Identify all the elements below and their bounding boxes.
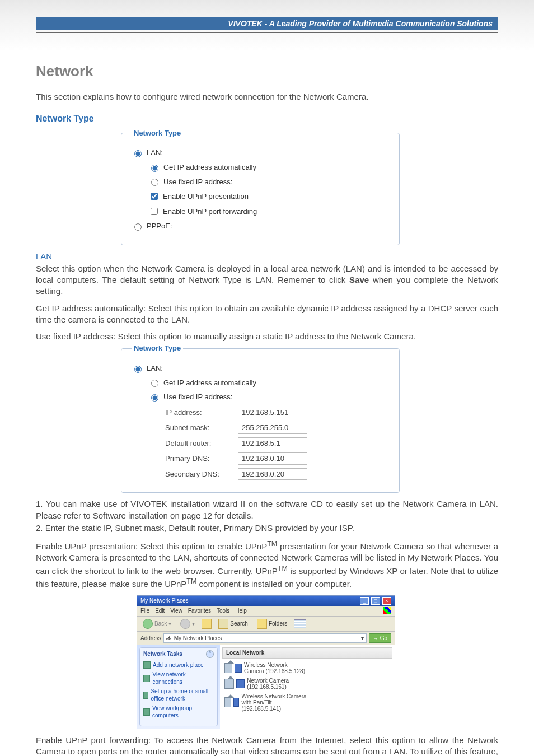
item-label: Network Camera (192.168.5.151) <box>247 678 308 690</box>
enable-upnp-port-label: Enable UPnP port forwarding <box>163 207 257 217</box>
list-item[interactable]: Network Camera (192.168.5.151) <box>224 678 308 690</box>
use-fixed-ip-radio[interactable] <box>151 179 158 186</box>
window-body: Network Tasks ⌃ Add a network place View… <box>137 645 395 729</box>
subnet-row: Subnet mask: 255.255.255.0 <box>165 422 389 434</box>
pppoe-radio[interactable] <box>134 223 142 231</box>
sidebar: Network Tasks ⌃ Add a network place View… <box>137 645 220 729</box>
fixed-ip-fields: IP address: 192.168.5.151 Subnet mask: 2… <box>165 407 389 480</box>
sidebar-view-workgroup[interactable]: View workgroup computers <box>143 704 214 720</box>
address-field[interactable]: 🖧 My Network Places ▾ <box>163 633 367 643</box>
menu-view[interactable]: View <box>170 607 182 615</box>
pdns-row: Primary DNS: 192.168.0.10 <box>165 452 389 465</box>
lan-radio-label-2: LAN: <box>147 363 163 374</box>
minimize-icon[interactable]: _ <box>360 597 369 605</box>
network-type-panel-1-wrap: Network Type LAN: Get IP address automat… <box>120 128 498 245</box>
upnp-pres-paragraph: Enable UPnP presentation: Select this op… <box>36 539 498 590</box>
collapse-icon[interactable]: ⌃ <box>206 650 214 658</box>
menu-favorites[interactable]: Favorites <box>188 607 211 615</box>
pdns-label: Primary DNS: <box>165 454 238 464</box>
lan-radio-2[interactable] <box>134 366 142 373</box>
network-items: Wireless Network Camera (192.168.5.128) … <box>222 659 392 715</box>
lan-radio-row: LAN: <box>132 148 389 158</box>
device-icon <box>236 679 245 688</box>
folders-icon <box>257 619 267 629</box>
network-places-window: My Network Places _ □ × File Edit View F… <box>137 595 395 729</box>
sidebar-view-connections[interactable]: View network connections <box>143 671 214 686</box>
close-icon[interactable]: × <box>382 597 391 605</box>
list-item-1: 1. You can make use of VIVOTEK installat… <box>36 498 498 521</box>
get-ip-auto-row-2: Get IP address automatically <box>148 378 389 388</box>
connections-icon <box>143 675 150 682</box>
item-label: Wireless Network Camera (192.168.5.128) <box>244 662 308 674</box>
ip-address-label: IP address: <box>165 408 238 418</box>
router-input[interactable]: 192.168.5.1 <box>238 437 307 450</box>
content-area: Network This section explains how to con… <box>0 0 534 756</box>
get-ip-auto-radio[interactable] <box>151 165 158 172</box>
address-bar: Address 🖧 My Network Places ▾ → Go <box>137 632 395 646</box>
get-ip-auto-radio-2[interactable] <box>151 380 158 387</box>
search-button[interactable]: Search <box>216 618 250 629</box>
sidebar-setup-network[interactable]: Set up a home or small office network <box>143 688 214 703</box>
up-folder-icon[interactable] <box>202 619 212 629</box>
pdns-input[interactable]: 192.168.0.10 <box>238 452 307 465</box>
get-ip-auto-label-2: Get IP address automatically <box>163 378 256 388</box>
list-item[interactable]: Wireless Network Camera with Pan/Tilt (1… <box>224 693 308 712</box>
window-buttons: _ □ × <box>359 597 391 605</box>
local-network-header: Local Network <box>222 647 392 659</box>
sdns-row: Secondary DNS: 192.168.0.20 <box>165 468 389 480</box>
router-row: Default router: 192.168.5.1 <box>165 437 389 450</box>
sidebar-add-network-place[interactable]: Add a network place <box>143 661 214 669</box>
add-place-icon <box>143 661 151 669</box>
lan-radio[interactable] <box>134 150 142 157</box>
lan-paragraph: Select this option when the Network Came… <box>36 263 498 297</box>
header-rule <box>36 32 498 33</box>
sdns-input[interactable]: 192.168.0.20 <box>238 468 307 480</box>
forward-button[interactable]: ▾ <box>178 618 197 629</box>
pppoe-radio-row: PPPoE: <box>132 221 389 231</box>
device-icon <box>235 664 242 673</box>
panel1-legend: Network Type <box>132 128 183 138</box>
address-label: Address <box>140 634 161 642</box>
camera-icon <box>224 679 234 689</box>
use-fixed-ip-row: Use fixed IP address: <box>148 177 389 187</box>
use-fixed-ip-label: Use fixed IP address: <box>163 177 232 187</box>
maximize-icon[interactable]: □ <box>371 597 380 605</box>
enable-upnp-pres-row: Enable UPnP presentation <box>148 191 389 202</box>
subnet-input[interactable]: 255.255.255.0 <box>238 422 307 434</box>
window-toolbar: Back ▾ ▾ Search Folders <box>137 617 395 632</box>
sdns-label: Secondary DNS: <box>165 469 238 479</box>
enable-upnp-pres-label: Enable UPnP presentation <box>163 192 249 202</box>
camera-icon <box>224 663 232 673</box>
workgroup-icon <box>143 708 150 716</box>
back-button[interactable]: Back ▾ <box>140 618 174 629</box>
list-item[interactable]: Wireless Network Camera (192.168.5.128) <box>224 662 308 674</box>
get-ip-auto-label: Get IP address automatically <box>163 162 256 172</box>
menu-help[interactable]: Help <box>235 607 247 615</box>
list-item-2: 2. Enter the static IP, Subnet mask, Def… <box>36 522 498 534</box>
use-fixed-ip-row-2: Use fixed IP address: <box>148 392 389 402</box>
address-dropdown-icon[interactable]: ▾ <box>361 634 364 642</box>
brand-header: VIVOTEK - A Leading Provider of Multimed… <box>36 17 498 30</box>
network-type-panel-2-wrap: Network Type LAN: Get IP address automat… <box>120 343 498 493</box>
menu-file[interactable]: File <box>140 607 149 615</box>
use-fixed-paragraph: Use fixed IP address: Select this option… <box>36 331 498 342</box>
use-fixed-ip-radio-2[interactable] <box>151 394 158 402</box>
menu-edit[interactable]: Edit <box>155 607 165 615</box>
lan-radio-label: LAN: <box>147 148 163 158</box>
setup-network-icon <box>143 692 148 699</box>
forward-icon <box>180 619 190 629</box>
go-button[interactable]: → Go <box>369 633 391 643</box>
menu-tools[interactable]: Tools <box>217 607 229 615</box>
ip-address-input[interactable]: 192.168.5.151 <box>238 407 307 419</box>
item-label: Wireless Network Camera with Pan/Tilt (1… <box>241 693 308 712</box>
enable-upnp-port-checkbox[interactable] <box>151 208 158 215</box>
network-places-icon: 🖧 <box>166 634 172 642</box>
search-icon <box>218 619 228 629</box>
folders-button[interactable]: Folders <box>255 618 289 629</box>
subnet-label: Subnet mask: <box>165 423 238 433</box>
views-button[interactable] <box>294 619 306 628</box>
main-pane: Local Network Wireless Network Camera (1… <box>220 645 395 729</box>
enable-upnp-pres-checkbox[interactable] <box>151 193 158 200</box>
window-titlebar[interactable]: My Network Places _ □ × <box>137 596 395 606</box>
network-tasks-title: Network Tasks ⌃ <box>143 650 214 660</box>
